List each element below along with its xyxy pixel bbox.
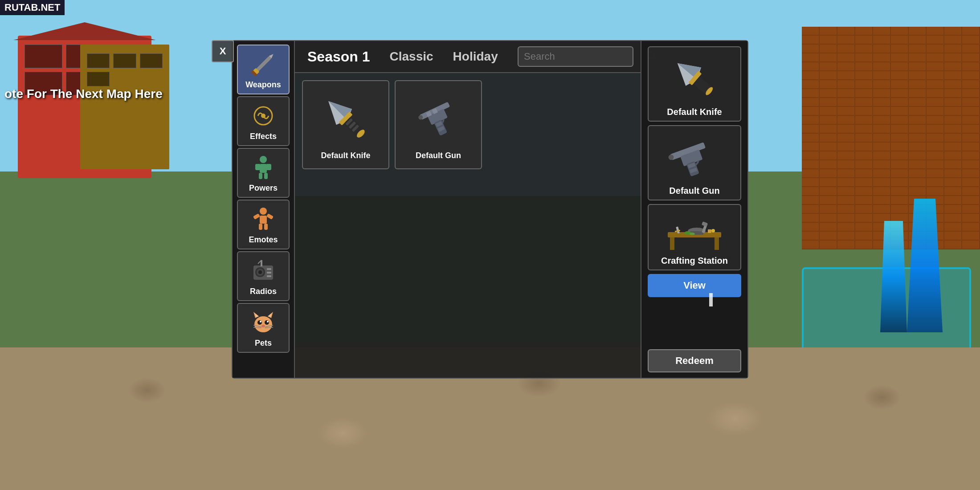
sidebar-item-radios[interactable]: Radios	[237, 251, 290, 301]
svg-point-27	[254, 316, 272, 332]
site-logo: RUTAB.NET	[0, 0, 65, 15]
window	[87, 72, 110, 86]
svg-point-32	[257, 320, 262, 325]
sidebar-item-weapons[interactable]: Weapons	[237, 45, 290, 94]
item-label-gun: Default Gun	[416, 151, 461, 160]
redeem-button[interactable]: Redeem	[648, 349, 741, 372]
svg-rect-72	[715, 237, 719, 250]
tab-holiday[interactable]: Holiday	[448, 48, 503, 65]
svg-line-40	[265, 327, 273, 328]
window	[140, 53, 163, 68]
svg-line-38	[253, 327, 261, 328]
sidebar-label-pets: Pets	[255, 339, 272, 348]
sidebar-label-powers: Powers	[249, 184, 278, 193]
weapons-icon	[249, 50, 278, 78]
vote-text: ote For The Next Map Here	[4, 87, 163, 101]
crafting-station-image	[661, 208, 728, 253]
sidebar-label-radios: Radios	[250, 287, 277, 296]
svg-point-33	[265, 320, 269, 325]
item-card-knife[interactable]: Default Knife	[302, 80, 389, 169]
sidebar-item-emotes[interactable]: Emotes	[237, 200, 290, 249]
svg-rect-9	[266, 164, 271, 170]
sidebar-label-emotes: Emotes	[249, 235, 278, 245]
window	[87, 53, 110, 68]
crafting-label: Crafting Station	[661, 256, 728, 266]
item-card-gun[interactable]: Default Gun	[395, 80, 482, 169]
svg-rect-17	[264, 224, 268, 230]
right-panel: Default Knife Default Gun	[641, 41, 747, 378]
powers-icon	[249, 153, 278, 182]
svg-rect-13	[260, 216, 267, 224]
preview-card-gun: Default Gun	[648, 125, 741, 200]
radios-icon	[249, 257, 278, 285]
preview-gun-image	[661, 130, 728, 183]
sidebar-item-pets[interactable]: Pets	[237, 303, 290, 353]
main-panel: Weapons Effects	[232, 40, 748, 379]
svg-point-5	[261, 114, 265, 118]
svg-rect-16	[259, 224, 262, 230]
building-brick	[802, 27, 980, 249]
svg-rect-14	[253, 213, 260, 220]
item-label-knife: Default Knife	[321, 151, 370, 160]
close-button[interactable]: X	[212, 40, 234, 62]
svg-point-80	[690, 233, 695, 235]
items-grid: Default Knife	[295, 73, 641, 378]
sidebar-item-powers[interactable]: Powers	[237, 148, 290, 198]
svg-rect-11	[264, 173, 268, 179]
gun-image	[412, 90, 465, 147]
crafting-station-card: Crafting Station	[648, 204, 741, 270]
knife-image	[319, 90, 372, 147]
preview-label-gun: Default Gun	[669, 186, 719, 196]
window	[113, 53, 136, 68]
tab-classic[interactable]: Classic	[384, 48, 439, 65]
pets-icon	[249, 308, 278, 337]
svg-rect-24	[267, 275, 271, 277]
svg-rect-71	[670, 237, 674, 250]
preview-card-knife: Default Knife	[648, 46, 741, 122]
content-area: Season 1 Classic Holiday	[295, 41, 641, 378]
building-brown	[80, 45, 169, 169]
svg-rect-10	[259, 173, 262, 179]
svg-point-34	[260, 321, 261, 323]
window	[24, 45, 62, 68]
tabs-header: Season 1 Classic Holiday	[295, 41, 641, 73]
sidebar-label-effects: Effects	[250, 132, 277, 141]
crystal-decoration-2	[880, 221, 907, 332]
svg-point-12	[260, 208, 267, 215]
sidebar-label-weapons: Weapons	[245, 80, 281, 90]
effects-icon	[249, 102, 278, 130]
svg-rect-15	[266, 213, 274, 220]
svg-point-36	[261, 325, 265, 327]
search-box[interactable]	[518, 46, 633, 67]
preview-knife-image	[661, 51, 728, 104]
svg-point-21	[258, 270, 262, 274]
preview-label-knife: Default Knife	[667, 107, 722, 117]
tab-season1[interactable]: Season 1	[302, 47, 376, 67]
sidebar: Weapons Effects	[233, 41, 295, 378]
svg-rect-8	[255, 164, 261, 170]
cursor	[709, 293, 713, 306]
svg-rect-81	[708, 229, 711, 233]
svg-point-6	[260, 156, 267, 163]
sidebar-item-effects[interactable]: Effects	[237, 96, 290, 146]
svg-point-82	[711, 229, 715, 233]
svg-rect-7	[260, 164, 267, 173]
view-button[interactable]: View	[648, 274, 741, 297]
svg-point-35	[267, 321, 269, 323]
svg-rect-23	[267, 272, 271, 274]
emotes-icon	[249, 205, 278, 233]
svg-rect-22	[267, 268, 271, 270]
search-input[interactable]	[524, 51, 646, 62]
